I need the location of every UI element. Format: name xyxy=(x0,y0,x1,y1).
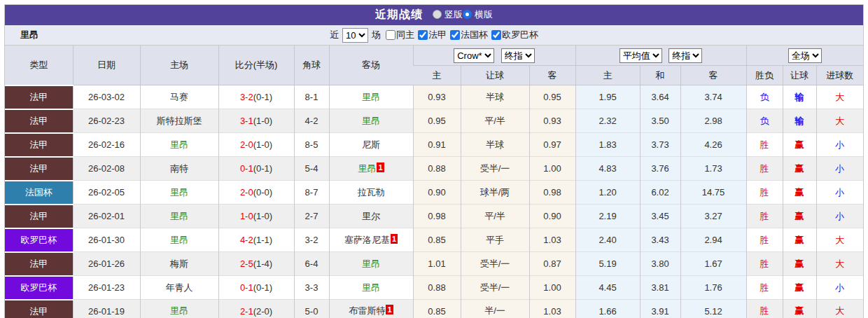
cell-goals-result: 大 xyxy=(816,109,863,133)
recent-results-panel: 近期战绩 竖版横版 里昂 近 10 场 同主法甲法国杯欧罗巴杯 xyxy=(4,4,864,318)
cell-crow-home-odds: 0.88 xyxy=(413,157,461,181)
cell-handicap: 平/半 xyxy=(461,205,529,228)
cell-handicap-result: 赢 xyxy=(783,276,816,300)
cell-date: 26-01-26 xyxy=(73,252,140,276)
col-header-goals: 进球数 xyxy=(816,66,863,85)
cell-crow-away-odds: 0.90 xyxy=(529,205,575,228)
cell-goals-result: 小 xyxy=(816,276,863,300)
cell-date: 26-02-01 xyxy=(73,205,140,228)
cell-handicap: 平/半 xyxy=(461,109,529,133)
cell-corner: 6-4 xyxy=(294,252,329,276)
cell-corner: 8-1 xyxy=(294,85,329,109)
league-type-badge: 法甲 xyxy=(5,109,73,133)
cell-avg-away-odds: 1.76 xyxy=(680,276,746,300)
cell-result: 胜 xyxy=(746,228,783,252)
cell-handicap-result: 输 xyxy=(783,85,816,109)
cell-avg-draw-odds: 3.76 xyxy=(640,157,680,181)
radio-icon[interactable] xyxy=(433,10,442,19)
cell-avg-home-odds: 1.83 xyxy=(575,133,640,157)
cell-crow-away-odds: 0.98 xyxy=(529,181,575,205)
cell-away-team: 尼斯 xyxy=(329,133,413,157)
cell-avg-away-odds: 1.67 xyxy=(680,252,746,276)
cell-date: 26-03-02 xyxy=(73,85,140,109)
league-type-badge: 法国杯 xyxy=(5,181,73,205)
radio-label: 竖版 xyxy=(444,8,463,21)
league-type-badge: 欧罗巴杯 xyxy=(5,228,73,252)
layout-radio-option[interactable]: 竖版 xyxy=(433,8,463,21)
filter-checkbox[interactable] xyxy=(491,30,501,40)
cell-result: 胜 xyxy=(746,133,783,157)
filter-checkbox-label: 法甲 xyxy=(428,29,447,41)
cell-home-team: 里昂 xyxy=(140,133,218,157)
odds-final-select[interactable]: 终指 xyxy=(501,48,535,63)
cell-handicap-result: 赢 xyxy=(783,157,816,181)
col-header-avg-home: 主 xyxy=(575,66,640,85)
cell-corner: 2-7 xyxy=(294,205,329,228)
odds-source-select[interactable]: Crow* xyxy=(454,48,494,63)
filter-checkbox[interactable] xyxy=(418,30,428,40)
filter-checkbox-item[interactable]: 欧罗巴杯 xyxy=(488,29,538,41)
cell-handicap-result: 输 xyxy=(783,109,816,133)
recent-count-select[interactable]: 10 xyxy=(342,28,368,43)
cell-corner: 8-5 xyxy=(294,133,329,157)
cell-home-team: 里昂 xyxy=(140,228,218,252)
cell-date: 26-01-23 xyxy=(73,276,140,300)
cell-avg-draw-odds: 3.50 xyxy=(640,109,680,133)
cell-goals-result: 大 xyxy=(816,85,863,109)
filter-checkbox[interactable] xyxy=(450,30,460,40)
filter-checkbox-item[interactable]: 法甲 xyxy=(414,29,447,41)
cell-corner: 5-0 xyxy=(294,300,329,318)
filter-checkbox[interactable] xyxy=(386,30,396,40)
cell-score: 2-0(0-0) xyxy=(218,181,294,205)
cell-handicap: 半球 xyxy=(461,133,529,157)
cell-corner: 3-2 xyxy=(294,228,329,252)
cell-avg-home-odds: 1.95 xyxy=(575,85,640,109)
competition-filter-group: 同主法甲法国杯欧罗巴杯 xyxy=(382,29,538,42)
filter-bar: 里昂 近 10 场 同主法甲法国杯欧罗巴杯 xyxy=(5,25,863,46)
cell-date: 26-02-05 xyxy=(73,181,140,205)
cell-goals-result: 小 xyxy=(816,205,863,228)
cell-handicap-result: 赢 xyxy=(783,300,816,318)
cell-avg-draw-odds: 3.43 xyxy=(640,228,680,252)
layout-radio-group: 竖版横版 xyxy=(433,8,493,22)
col-header-away: 客场 xyxy=(329,46,413,85)
avg-source-select[interactable]: 平均值 xyxy=(620,48,662,63)
cell-avg-away-odds: 4.26 xyxy=(680,133,746,157)
cell-crow-away-odds: 1.03 xyxy=(529,228,575,252)
cell-avg-draw-odds: 3.80 xyxy=(640,252,680,276)
cell-avg-home-odds: 2.19 xyxy=(575,205,640,228)
cell-home-team: 里昂 xyxy=(140,300,218,318)
league-type-badge: 法甲 xyxy=(5,300,73,318)
col-header-crow-home: 主 xyxy=(413,66,461,85)
avg-final-select[interactable]: 终指 xyxy=(668,48,702,63)
cell-home-team: 马赛 xyxy=(140,85,218,109)
cell-avg-draw-odds: 3.45 xyxy=(640,205,680,228)
cell-date: 26-02-23 xyxy=(73,109,140,133)
radio-icon[interactable] xyxy=(463,10,472,19)
filter-checkbox-item[interactable]: 同主 xyxy=(382,29,414,41)
cell-crow-home-odds: 0.91 xyxy=(413,133,461,157)
cell-handicap: 球半/两 xyxy=(461,181,529,205)
scope-group-header: 全场 xyxy=(746,46,863,66)
cell-score: 0-1(0-1) xyxy=(218,157,294,181)
layout-radio-selected[interactable]: 横版 xyxy=(463,8,493,21)
cell-avg-away-odds: 2.98 xyxy=(680,109,746,133)
cell-score: 2-5(1-4) xyxy=(218,252,294,276)
cell-result: 胜 xyxy=(746,276,783,300)
cell-handicap-result: 赢 xyxy=(783,133,816,157)
match-row: 法甲26-02-23斯特拉斯堡3-1(1-0)4-2里昂0.95平/半0.932… xyxy=(5,109,863,133)
league-type-badge: 法甲 xyxy=(5,157,73,181)
cell-handicap-result: 赢 xyxy=(783,205,816,228)
match-row: 法国杯26-02-05里昂2-0(0-0)8-7拉瓦勒0.90球半/两0.981… xyxy=(5,181,863,205)
rank-badge: 1 xyxy=(386,305,393,314)
scope-select[interactable]: 全场 xyxy=(788,48,822,63)
cell-home-team: 年青人 xyxy=(140,276,218,300)
cell-handicap-result: 赢 xyxy=(783,228,816,252)
col-header-avg-draw: 和 xyxy=(640,66,680,85)
cell-away-team: 里昂 xyxy=(329,85,413,109)
cell-crow-home-odds: 0.95 xyxy=(413,109,461,133)
filter-controls: 近 10 场 同主法甲法国杯欧罗巴杯 xyxy=(330,28,538,43)
cell-score: 4-2(1-1) xyxy=(218,228,294,252)
cell-away-team: 里昂 xyxy=(329,109,413,133)
filter-checkbox-item[interactable]: 法国杯 xyxy=(447,29,488,41)
